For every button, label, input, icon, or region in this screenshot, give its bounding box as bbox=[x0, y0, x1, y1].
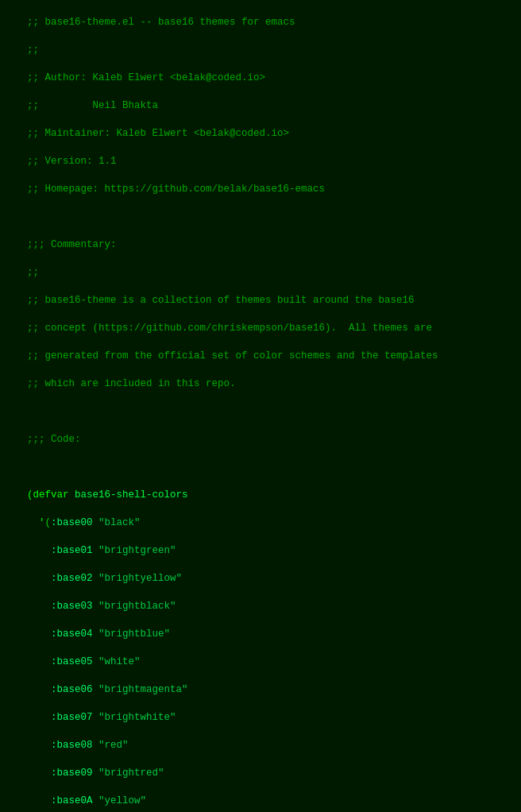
quote-list: '(:base00 "black" bbox=[27, 517, 141, 528]
comment-line: ;; concept (https://github.com/chriskemp… bbox=[27, 323, 432, 334]
color-item: :base04 "brightblue" bbox=[27, 628, 170, 640]
code-section: ;; base16-theme.el -- base16 themes for … bbox=[0, 0, 521, 812]
color-item: :base09 "brightred" bbox=[27, 768, 164, 779]
comment-line: ;; Homepage: https://github.com/belak/ba… bbox=[27, 184, 325, 195]
defvar-line: (defvar base16-shell-colors bbox=[27, 489, 188, 501]
color-item: :base02 "brightyellow" bbox=[27, 573, 182, 584]
comment-line: ;;; Code: bbox=[27, 434, 81, 445]
editor-container: ;; base16-theme.el -- base16 themes for … bbox=[0, 0, 521, 812]
comment-line: ;; generated from the official set of co… bbox=[27, 350, 438, 362]
color-item: :base05 "white" bbox=[27, 656, 141, 667]
color-item: :base0A "yellow" bbox=[27, 795, 146, 806]
comment-line: ;; Neil Bhakta bbox=[27, 100, 158, 111]
color-item: :base01 "brightgreen" bbox=[27, 545, 176, 556]
comment-line: ;; bbox=[27, 267, 39, 278]
comment-line: ;; Author: Kaleb Elwert <belak@coded.io> bbox=[27, 72, 265, 83]
comment-line: ;; base16-theme.el -- base16 themes for … bbox=[27, 17, 295, 28]
comment-line: ;;; Commentary: bbox=[27, 239, 117, 250]
comment-line: ;; base16-theme is a collection of theme… bbox=[27, 295, 415, 306]
comment-line: ;; Maintainer: Kaleb Elwert <belak@coded… bbox=[27, 128, 289, 139]
comment-line: ;; Version: 1.1 bbox=[27, 156, 117, 167]
color-item: :base07 "brightwhite" bbox=[27, 712, 176, 723]
comment-line: ;; which are included in this repo. bbox=[27, 378, 236, 389]
color-item: :base08 "red" bbox=[27, 740, 129, 751]
color-item: :base06 "brightmagenta" bbox=[27, 684, 188, 695]
comment-line: ;; bbox=[27, 44, 39, 56]
color-item: :base03 "brightblack" bbox=[27, 601, 176, 612]
